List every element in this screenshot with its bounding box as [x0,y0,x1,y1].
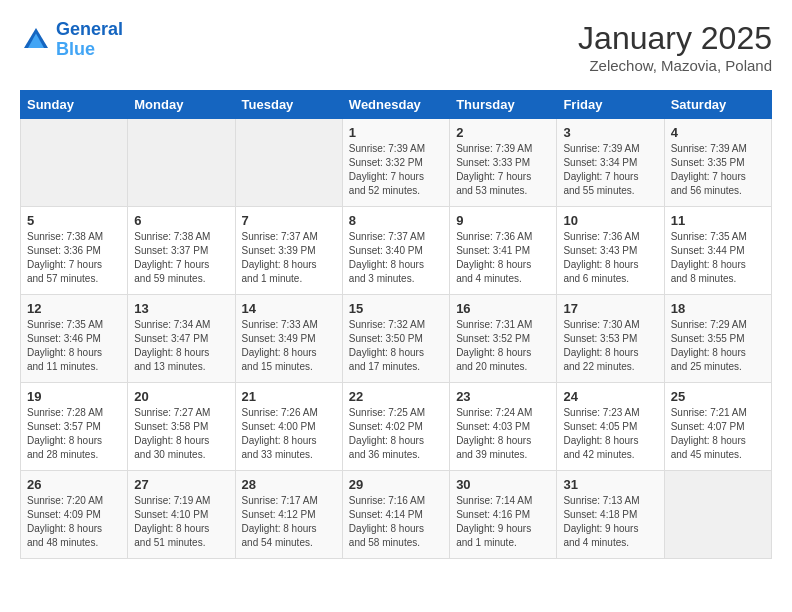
day-info: Sunrise: 7:36 AM Sunset: 3:43 PM Dayligh… [563,230,657,286]
day-header: Saturday [664,91,771,119]
calendar-cell: 22Sunrise: 7:25 AM Sunset: 4:02 PM Dayli… [342,383,449,471]
calendar-cell: 31Sunrise: 7:13 AM Sunset: 4:18 PM Dayli… [557,471,664,559]
day-number: 19 [27,389,121,404]
calendar-week: 12Sunrise: 7:35 AM Sunset: 3:46 PM Dayli… [21,295,772,383]
calendar-cell: 10Sunrise: 7:36 AM Sunset: 3:43 PM Dayli… [557,207,664,295]
day-header: Friday [557,91,664,119]
day-info: Sunrise: 7:16 AM Sunset: 4:14 PM Dayligh… [349,494,443,550]
day-info: Sunrise: 7:13 AM Sunset: 4:18 PM Dayligh… [563,494,657,550]
day-info: Sunrise: 7:26 AM Sunset: 4:00 PM Dayligh… [242,406,336,462]
title-section: January 2025 Zelechow, Mazovia, Poland [578,20,772,74]
day-info: Sunrise: 7:39 AM Sunset: 3:34 PM Dayligh… [563,142,657,198]
day-number: 15 [349,301,443,316]
day-info: Sunrise: 7:14 AM Sunset: 4:16 PM Dayligh… [456,494,550,550]
day-info: Sunrise: 7:24 AM Sunset: 4:03 PM Dayligh… [456,406,550,462]
day-number: 3 [563,125,657,140]
day-number: 31 [563,477,657,492]
day-number: 22 [349,389,443,404]
day-header: Sunday [21,91,128,119]
calendar-week: 1Sunrise: 7:39 AM Sunset: 3:32 PM Daylig… [21,119,772,207]
calendar-cell [128,119,235,207]
calendar-cell: 1Sunrise: 7:39 AM Sunset: 3:32 PM Daylig… [342,119,449,207]
day-number: 7 [242,213,336,228]
day-number: 23 [456,389,550,404]
day-info: Sunrise: 7:25 AM Sunset: 4:02 PM Dayligh… [349,406,443,462]
logo-text: General Blue [56,20,123,60]
calendar-cell: 8Sunrise: 7:37 AM Sunset: 3:40 PM Daylig… [342,207,449,295]
calendar-week: 5Sunrise: 7:38 AM Sunset: 3:36 PM Daylig… [21,207,772,295]
day-info: Sunrise: 7:20 AM Sunset: 4:09 PM Dayligh… [27,494,121,550]
calendar-cell [21,119,128,207]
day-number: 28 [242,477,336,492]
day-number: 11 [671,213,765,228]
day-number: 24 [563,389,657,404]
day-info: Sunrise: 7:36 AM Sunset: 3:41 PM Dayligh… [456,230,550,286]
day-number: 17 [563,301,657,316]
day-number: 10 [563,213,657,228]
day-info: Sunrise: 7:19 AM Sunset: 4:10 PM Dayligh… [134,494,228,550]
day-header: Monday [128,91,235,119]
day-number: 5 [27,213,121,228]
calendar-cell: 5Sunrise: 7:38 AM Sunset: 3:36 PM Daylig… [21,207,128,295]
calendar-cell: 19Sunrise: 7:28 AM Sunset: 3:57 PM Dayli… [21,383,128,471]
day-info: Sunrise: 7:23 AM Sunset: 4:05 PM Dayligh… [563,406,657,462]
day-number: 6 [134,213,228,228]
day-info: Sunrise: 7:33 AM Sunset: 3:49 PM Dayligh… [242,318,336,374]
subtitle: Zelechow, Mazovia, Poland [578,57,772,74]
day-info: Sunrise: 7:17 AM Sunset: 4:12 PM Dayligh… [242,494,336,550]
logo-icon [20,24,52,56]
day-number: 30 [456,477,550,492]
day-info: Sunrise: 7:29 AM Sunset: 3:55 PM Dayligh… [671,318,765,374]
calendar-cell: 3Sunrise: 7:39 AM Sunset: 3:34 PM Daylig… [557,119,664,207]
calendar-cell: 20Sunrise: 7:27 AM Sunset: 3:58 PM Dayli… [128,383,235,471]
calendar-cell: 9Sunrise: 7:36 AM Sunset: 3:41 PM Daylig… [450,207,557,295]
month-title: January 2025 [578,20,772,57]
calendar-cell: 4Sunrise: 7:39 AM Sunset: 3:35 PM Daylig… [664,119,771,207]
calendar-cell: 28Sunrise: 7:17 AM Sunset: 4:12 PM Dayli… [235,471,342,559]
calendar-cell: 23Sunrise: 7:24 AM Sunset: 4:03 PM Dayli… [450,383,557,471]
calendar-cell: 18Sunrise: 7:29 AM Sunset: 3:55 PM Dayli… [664,295,771,383]
calendar-table: SundayMondayTuesdayWednesdayThursdayFrid… [20,90,772,559]
day-number: 20 [134,389,228,404]
calendar-cell: 27Sunrise: 7:19 AM Sunset: 4:10 PM Dayli… [128,471,235,559]
day-info: Sunrise: 7:28 AM Sunset: 3:57 PM Dayligh… [27,406,121,462]
day-header: Tuesday [235,91,342,119]
day-info: Sunrise: 7:37 AM Sunset: 3:40 PM Dayligh… [349,230,443,286]
day-info: Sunrise: 7:34 AM Sunset: 3:47 PM Dayligh… [134,318,228,374]
calendar-cell [664,471,771,559]
day-info: Sunrise: 7:21 AM Sunset: 4:07 PM Dayligh… [671,406,765,462]
day-number: 9 [456,213,550,228]
calendar-cell: 26Sunrise: 7:20 AM Sunset: 4:09 PM Dayli… [21,471,128,559]
day-info: Sunrise: 7:27 AM Sunset: 3:58 PM Dayligh… [134,406,228,462]
day-number: 12 [27,301,121,316]
calendar-cell: 14Sunrise: 7:33 AM Sunset: 3:49 PM Dayli… [235,295,342,383]
calendar-cell: 13Sunrise: 7:34 AM Sunset: 3:47 PM Dayli… [128,295,235,383]
calendar-cell: 12Sunrise: 7:35 AM Sunset: 3:46 PM Dayli… [21,295,128,383]
day-number: 27 [134,477,228,492]
day-number: 18 [671,301,765,316]
day-info: Sunrise: 7:39 AM Sunset: 3:35 PM Dayligh… [671,142,765,198]
calendar-cell: 11Sunrise: 7:35 AM Sunset: 3:44 PM Dayli… [664,207,771,295]
calendar-cell: 16Sunrise: 7:31 AM Sunset: 3:52 PM Dayli… [450,295,557,383]
header-row: SundayMondayTuesdayWednesdayThursdayFrid… [21,91,772,119]
day-number: 29 [349,477,443,492]
day-info: Sunrise: 7:30 AM Sunset: 3:53 PM Dayligh… [563,318,657,374]
day-info: Sunrise: 7:35 AM Sunset: 3:46 PM Dayligh… [27,318,121,374]
day-info: Sunrise: 7:39 AM Sunset: 3:32 PM Dayligh… [349,142,443,198]
calendar-cell [235,119,342,207]
day-number: 14 [242,301,336,316]
day-info: Sunrise: 7:38 AM Sunset: 3:36 PM Dayligh… [27,230,121,286]
page-header: General Blue January 2025 Zelechow, Mazo… [20,20,772,74]
calendar-week: 26Sunrise: 7:20 AM Sunset: 4:09 PM Dayli… [21,471,772,559]
day-info: Sunrise: 7:31 AM Sunset: 3:52 PM Dayligh… [456,318,550,374]
day-number: 13 [134,301,228,316]
day-number: 4 [671,125,765,140]
calendar-cell: 30Sunrise: 7:14 AM Sunset: 4:16 PM Dayli… [450,471,557,559]
day-number: 26 [27,477,121,492]
calendar-cell: 21Sunrise: 7:26 AM Sunset: 4:00 PM Dayli… [235,383,342,471]
day-info: Sunrise: 7:37 AM Sunset: 3:39 PM Dayligh… [242,230,336,286]
day-info: Sunrise: 7:38 AM Sunset: 3:37 PM Dayligh… [134,230,228,286]
day-info: Sunrise: 7:35 AM Sunset: 3:44 PM Dayligh… [671,230,765,286]
calendar-cell: 6Sunrise: 7:38 AM Sunset: 3:37 PM Daylig… [128,207,235,295]
calendar-cell: 24Sunrise: 7:23 AM Sunset: 4:05 PM Dayli… [557,383,664,471]
